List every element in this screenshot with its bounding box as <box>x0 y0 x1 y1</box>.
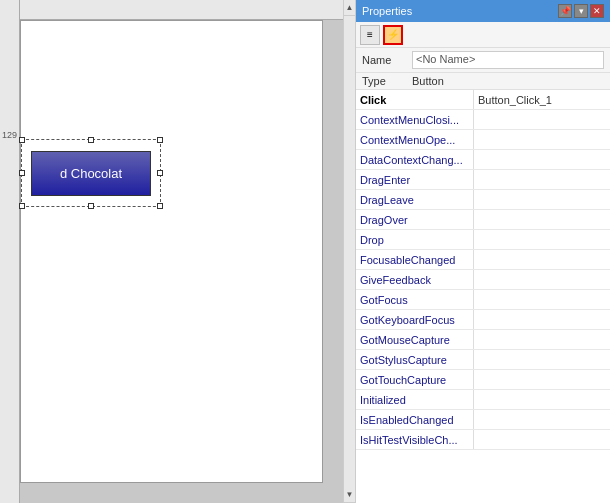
property-name: IsEnabledChanged <box>356 410 474 429</box>
scroll-up-arrow[interactable]: ▲ <box>344 0 355 16</box>
property-value[interactable] <box>474 150 610 169</box>
handle-mr[interactable] <box>157 170 163 176</box>
property-name: ContextMenuClosi... <box>356 110 474 129</box>
property-row[interactable]: GotKeyboardFocus <box>356 310 610 330</box>
property-value[interactable] <box>474 310 610 329</box>
designer-scroll[interactable]: ▲ ▼ <box>343 0 355 503</box>
titlebar-buttons: 📌 ▾ ✕ <box>558 4 604 18</box>
property-value[interactable] <box>474 250 610 269</box>
dropdown-button[interactable]: ▾ <box>574 4 588 18</box>
property-value[interactable] <box>474 230 610 249</box>
property-value-input[interactable] <box>478 274 606 286</box>
property-value[interactable] <box>474 110 610 129</box>
property-value-input[interactable] <box>478 194 606 206</box>
property-name: Click <box>356 90 474 109</box>
property-name: FocusableChanged <box>356 250 474 269</box>
name-label: Name <box>362 54 412 66</box>
property-row[interactable]: ContextMenuOpe... <box>356 130 610 150</box>
name-value[interactable]: <No Name> <box>412 51 604 69</box>
property-row[interactable]: Drop <box>356 230 610 250</box>
property-row[interactable]: DataContextChang... <box>356 150 610 170</box>
property-name: DragOver <box>356 210 474 229</box>
property-value-input[interactable] <box>478 414 606 426</box>
property-value[interactable] <box>474 270 610 289</box>
events-mode-button[interactable]: ⚡ <box>383 25 403 45</box>
property-row[interactable]: ContextMenuClosi... <box>356 110 610 130</box>
property-row[interactable]: GotStylusCapture <box>356 350 610 370</box>
scroll-down-arrow[interactable]: ▼ <box>344 487 355 503</box>
properties-grid[interactable]: ClickContextMenuClosi...ContextMenuOpe..… <box>356 90 610 503</box>
property-value[interactable] <box>474 170 610 189</box>
property-row[interactable]: IsHitTestVisibleCh... <box>356 430 610 450</box>
panel-title: Properties <box>362 5 412 17</box>
handle-bm[interactable] <box>88 203 94 209</box>
type-value: Button <box>412 75 444 87</box>
properties-panel: Properties 📌 ▾ ✕ ≡ ⚡ Name <No Name> Type… <box>355 0 610 503</box>
pin-button[interactable]: 📌 <box>558 4 572 18</box>
handle-br[interactable] <box>157 203 163 209</box>
property-name: DataContextChang... <box>356 150 474 169</box>
property-value[interactable] <box>474 290 610 309</box>
property-row[interactable]: DragEnter <box>356 170 610 190</box>
property-value[interactable] <box>474 90 610 109</box>
property-name: DragLeave <box>356 190 474 209</box>
property-row[interactable]: DragOver <box>356 210 610 230</box>
property-row[interactable]: GotTouchCapture <box>356 370 610 390</box>
property-row[interactable]: DragLeave <box>356 190 610 210</box>
property-value[interactable] <box>474 210 610 229</box>
handle-bl[interactable] <box>19 203 25 209</box>
handle-tr[interactable] <box>157 137 163 143</box>
property-value-input[interactable] <box>478 214 606 226</box>
property-value[interactable] <box>474 430 610 449</box>
property-name: GiveFeedback <box>356 270 474 289</box>
property-value-input[interactable] <box>478 94 606 106</box>
properties-mode-button[interactable]: ≡ <box>360 25 380 45</box>
property-name: Initialized <box>356 390 474 409</box>
ruler-left: 129 <box>0 0 20 503</box>
property-value-input[interactable] <box>478 314 606 326</box>
property-value[interactable] <box>474 390 610 409</box>
property-value[interactable] <box>474 350 610 369</box>
property-value-input[interactable] <box>478 374 606 386</box>
property-row[interactable]: FocusableChanged <box>356 250 610 270</box>
property-row[interactable]: GiveFeedback <box>356 270 610 290</box>
designer-area: 129 d Chocolat <box>0 0 343 503</box>
property-value-input[interactable] <box>478 114 606 126</box>
property-value[interactable] <box>474 410 610 429</box>
property-row[interactable]: Click <box>356 90 610 110</box>
type-row: Type Button <box>356 73 610 90</box>
property-value-input[interactable] <box>478 134 606 146</box>
handle-ml[interactable] <box>19 170 25 176</box>
property-row[interactable]: GotMouseCapture <box>356 330 610 350</box>
ruler-number-129: 129 <box>2 130 17 140</box>
property-value-input[interactable] <box>478 354 606 366</box>
property-row[interactable]: IsEnabledChanged <box>356 410 610 430</box>
property-value[interactable] <box>474 190 610 209</box>
property-name: IsHitTestVisibleCh... <box>356 430 474 449</box>
close-button[interactable]: ✕ <box>590 4 604 18</box>
property-value-input[interactable] <box>478 234 606 246</box>
property-value[interactable] <box>474 330 610 349</box>
property-value-input[interactable] <box>478 174 606 186</box>
designer-button-widget[interactable]: d Chocolat <box>31 151 151 196</box>
property-row[interactable]: GotFocus <box>356 290 610 310</box>
property-value-input[interactable] <box>478 154 606 166</box>
property-name: GotKeyboardFocus <box>356 310 474 329</box>
handle-tl[interactable] <box>19 137 25 143</box>
property-value-input[interactable] <box>478 334 606 346</box>
property-value-input[interactable] <box>478 394 606 406</box>
property-name: Drop <box>356 230 474 249</box>
name-row: Name <No Name> <box>356 48 610 73</box>
property-value-input[interactable] <box>478 254 606 266</box>
property-value-input[interactable] <box>478 434 606 446</box>
type-label: Type <box>362 75 412 87</box>
property-name: GotFocus <box>356 290 474 309</box>
property-name: DragEnter <box>356 170 474 189</box>
property-value[interactable] <box>474 130 610 149</box>
property-name: ContextMenuOpe... <box>356 130 474 149</box>
panel-titlebar: Properties 📌 ▾ ✕ <box>356 0 610 22</box>
property-value[interactable] <box>474 370 610 389</box>
property-value-input[interactable] <box>478 294 606 306</box>
property-row[interactable]: Initialized <box>356 390 610 410</box>
handle-tm[interactable] <box>88 137 94 143</box>
